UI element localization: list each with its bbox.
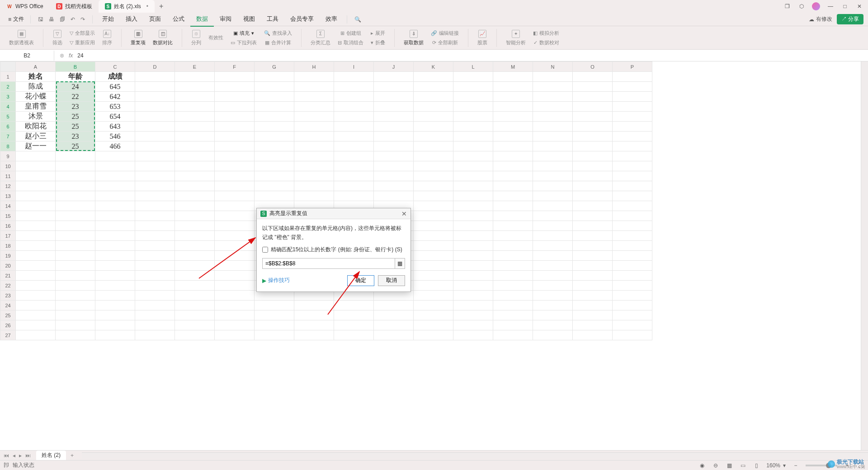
cell-M7[interactable] (493, 132, 533, 141)
cell-F1[interactable] (215, 72, 255, 82)
row-header-4[interactable]: 4 (0, 102, 16, 112)
cell-K14[interactable] (414, 201, 453, 211)
cell-J23[interactable] (374, 291, 414, 301)
cell-K20[interactable] (414, 261, 453, 271)
cell-N21[interactable] (533, 271, 573, 281)
cell-B25[interactable] (56, 310, 95, 320)
cell-L5[interactable] (453, 112, 493, 122)
row-header-16[interactable]: 16 (0, 221, 16, 231)
cell-B19[interactable] (56, 251, 95, 261)
cell-P19[interactable] (613, 251, 652, 261)
cell-A23[interactable] (16, 291, 56, 301)
cell-O5[interactable] (573, 112, 613, 122)
cell-D8[interactable] (135, 141, 175, 151)
cell-P21[interactable] (613, 271, 652, 281)
cell-N13[interactable] (533, 191, 573, 201)
file-menu[interactable]: ≡ 文件 (5, 15, 27, 23)
cell-O13[interactable] (573, 191, 613, 201)
col-header-D[interactable]: D (135, 62, 175, 72)
duplicates-button[interactable]: ▥重复项 (127, 29, 149, 47)
cell-D18[interactable] (135, 241, 175, 251)
cell-P16[interactable] (613, 221, 652, 231)
cell-M16[interactable] (493, 221, 533, 231)
cell-A24[interactable] (16, 301, 56, 310)
cell-O22[interactable] (573, 281, 613, 291)
cell-D14[interactable] (135, 201, 175, 211)
cell-A5[interactable]: 沐景 (16, 112, 56, 122)
cell-H24[interactable] (294, 301, 334, 310)
row-header-14[interactable]: 14 (0, 201, 16, 211)
cell-J1[interactable] (374, 72, 414, 82)
cell-K8[interactable] (414, 141, 453, 151)
cell-P11[interactable] (613, 171, 652, 181)
cell-E4[interactable] (175, 102, 215, 112)
cell-B13[interactable] (56, 191, 95, 201)
cell-K25[interactable] (414, 310, 453, 320)
cell-C25[interactable] (95, 310, 135, 320)
cell-L7[interactable] (453, 132, 493, 141)
cell-F13[interactable] (215, 191, 255, 201)
sim-button[interactable]: ◧模拟分析 (529, 29, 563, 38)
menu-工具[interactable]: 工具 (261, 12, 284, 27)
cell-L24[interactable] (453, 301, 493, 310)
cell-J12[interactable] (374, 181, 414, 191)
cell-F5[interactable] (215, 112, 255, 122)
cell-O3[interactable] (573, 92, 613, 102)
cell-I13[interactable] (334, 191, 374, 201)
cell-D1[interactable] (135, 72, 175, 82)
cell-N14[interactable] (533, 201, 573, 211)
cell-P9[interactable] (613, 151, 652, 161)
cell-H2[interactable] (294, 82, 334, 92)
cell-L17[interactable] (453, 231, 493, 241)
cell-E22[interactable] (175, 281, 215, 291)
row-header-1[interactable]: 1 (0, 72, 16, 82)
cell-C19[interactable] (95, 251, 135, 261)
cell-E19[interactable] (175, 251, 215, 261)
row-header-23[interactable]: 23 (0, 291, 16, 301)
cell-I6[interactable] (334, 122, 374, 132)
cell-C3[interactable]: 642 (95, 92, 135, 102)
cell-O11[interactable] (573, 171, 613, 181)
cell-M5[interactable] (493, 112, 533, 122)
cell-C13[interactable] (95, 191, 135, 201)
cell-G23[interactable] (255, 291, 294, 301)
cell-O21[interactable] (573, 271, 613, 281)
cell-B11[interactable] (56, 171, 95, 181)
cell-L6[interactable] (453, 122, 493, 132)
subtotal-button[interactable]: Σ分类汇总 (307, 29, 334, 47)
filter-button[interactable]: ▽筛选 (49, 29, 66, 47)
cell-O4[interactable] (573, 102, 613, 112)
cell-B7[interactable]: 23 (56, 132, 95, 141)
row-header-2[interactable]: 2 (0, 82, 16, 92)
cell-G13[interactable] (255, 191, 294, 201)
cell-J10[interactable] (374, 161, 414, 171)
cell-L20[interactable] (453, 261, 493, 271)
cell-O7[interactable] (573, 132, 613, 141)
tab-app[interactable]: W WPS Office (0, 0, 50, 13)
cell-K18[interactable] (414, 241, 453, 251)
cell-C14[interactable] (95, 201, 135, 211)
share-button[interactable]: ↗ 分享 (837, 14, 863, 24)
cell-M3[interactable] (493, 92, 533, 102)
cell-F23[interactable] (215, 291, 255, 301)
cell-E6[interactable] (175, 122, 215, 132)
cell-C12[interactable] (95, 181, 135, 191)
cell-K7[interactable] (414, 132, 453, 141)
cell-O16[interactable] (573, 221, 613, 231)
cell-B21[interactable] (56, 271, 95, 281)
cell-E2[interactable] (175, 82, 215, 92)
cell-O15[interactable] (573, 211, 613, 221)
zoom-out-icon[interactable]: − (792, 462, 799, 469)
cell-M18[interactable] (493, 241, 533, 251)
cell-F12[interactable] (215, 181, 255, 191)
cell-C10[interactable] (95, 161, 135, 171)
cell-C9[interactable] (95, 151, 135, 161)
menu-页面[interactable]: 页面 (143, 12, 167, 27)
cell-N15[interactable] (533, 211, 573, 221)
cell-B15[interactable] (56, 211, 95, 221)
cell-M26[interactable] (493, 320, 533, 330)
avatar[interactable] (812, 2, 820, 10)
cell-I3[interactable] (334, 92, 374, 102)
cell-P18[interactable] (613, 241, 652, 251)
sheet-tab-active[interactable]: 姓名 (2) (36, 451, 66, 460)
